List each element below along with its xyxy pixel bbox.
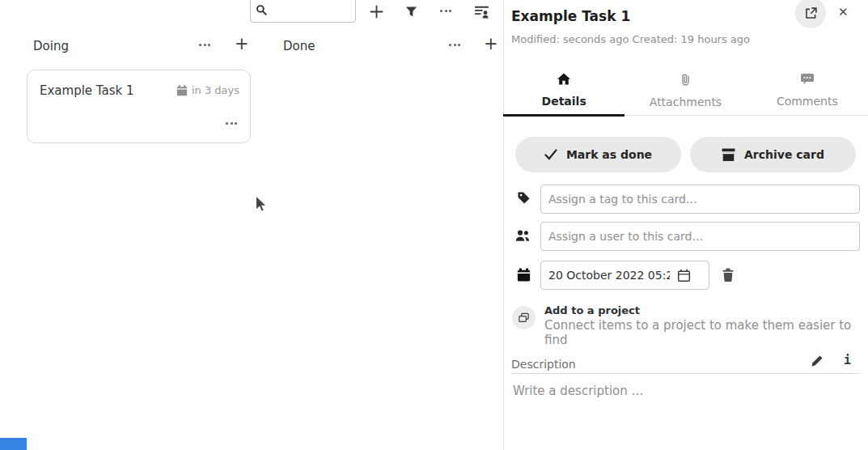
filter-button[interactable]	[403, 3, 419, 19]
pencil-icon	[811, 354, 824, 367]
mark-as-done-label: Mark as done	[566, 148, 652, 161]
column-title-doing: Doing	[33, 39, 69, 53]
remove-due-date-button[interactable]	[722, 268, 735, 285]
date-picker-button[interactable]	[677, 269, 691, 282]
panel-card-title: Example Task 1	[511, 8, 630, 24]
tab-attachments[interactable]: Attachments	[625, 68, 746, 115]
task-card[interactable]: Example Task 1 in 3 days	[27, 70, 251, 143]
due-date-field	[540, 261, 709, 290]
mark-as-done-button[interactable]: Mark as done	[515, 137, 681, 172]
calendar-icon	[176, 85, 188, 96]
column-done-menu-button[interactable]	[449, 44, 460, 46]
tab-attachments-label: Attachments	[650, 96, 722, 108]
users-icon	[515, 229, 531, 245]
card-title: Example Task 1	[40, 83, 134, 98]
panel-tabs: Details Attachments Comments	[503, 68, 868, 116]
accent-artifact	[0, 438, 27, 450]
add-card-toolbar-button[interactable]	[368, 3, 384, 19]
paperclip-icon	[680, 73, 691, 89]
project-windows-icon	[518, 312, 530, 324]
comment-icon	[801, 73, 814, 88]
tab-details[interactable]: Details	[503, 68, 625, 115]
card-due-label: in 3 days	[192, 84, 239, 96]
filter-icon	[405, 6, 417, 18]
description-divider	[511, 373, 860, 374]
calendar-outline-icon	[677, 269, 691, 282]
check-icon	[544, 149, 557, 160]
trash-icon	[722, 268, 735, 282]
tag-input[interactable]	[541, 193, 859, 206]
tab-comments-label: Comments	[777, 95, 838, 108]
tag-input-box	[540, 185, 860, 214]
search-input-box[interactable]	[250, 0, 356, 23]
export-icon	[804, 6, 818, 20]
tag-icon	[517, 191, 531, 208]
assignee-list-button[interactable]	[473, 3, 489, 19]
add-to-project-subtitle: Connect items to a project to make them …	[544, 318, 868, 347]
column-doing-add-button[interactable]: +	[235, 36, 249, 53]
user-input[interactable]	[541, 230, 859, 243]
add-icon	[369, 4, 384, 19]
description-info-button[interactable]: i	[844, 353, 851, 367]
due-date-icon	[517, 268, 531, 285]
kanban-app-window: Doing + Done + Example Task 1 in 3 days …	[0, 0, 868, 450]
home-icon	[557, 73, 570, 88]
user-input-box	[540, 222, 860, 251]
add-to-project-button[interactable]	[512, 306, 536, 329]
column-done-add-button[interactable]: +	[484, 36, 498, 53]
tab-comments[interactable]: Comments	[747, 68, 868, 115]
description-placeholder[interactable]: Write a description …	[513, 384, 644, 398]
archive-card-label: Archive card	[744, 148, 824, 161]
column-title-done: Done	[283, 39, 315, 53]
due-date-input[interactable]	[541, 269, 677, 282]
close-panel-button[interactable]: ✕	[838, 5, 849, 19]
mouse-cursor	[255, 195, 267, 217]
open-in-window-button[interactable]	[795, 0, 826, 28]
add-to-project-title[interactable]: Add to a project	[544, 304, 640, 316]
archive-card-button[interactable]: Archive card	[690, 137, 856, 172]
board-menu-button[interactable]	[440, 10, 451, 12]
column-doing-menu-button[interactable]	[199, 44, 210, 46]
panel-modified-created: Modified: seconds ago Created: 19 hours …	[511, 33, 750, 45]
card-menu-button[interactable]	[226, 122, 237, 125]
archive-icon	[722, 148, 735, 161]
search-icon	[256, 4, 268, 19]
search-input[interactable]	[271, 2, 344, 19]
card-due-date: in 3 days	[176, 84, 239, 96]
edit-description-button[interactable]	[811, 354, 824, 371]
description-label: Description	[511, 358, 576, 371]
tab-details-label: Details	[542, 95, 586, 108]
assignee-list-icon	[474, 4, 489, 19]
